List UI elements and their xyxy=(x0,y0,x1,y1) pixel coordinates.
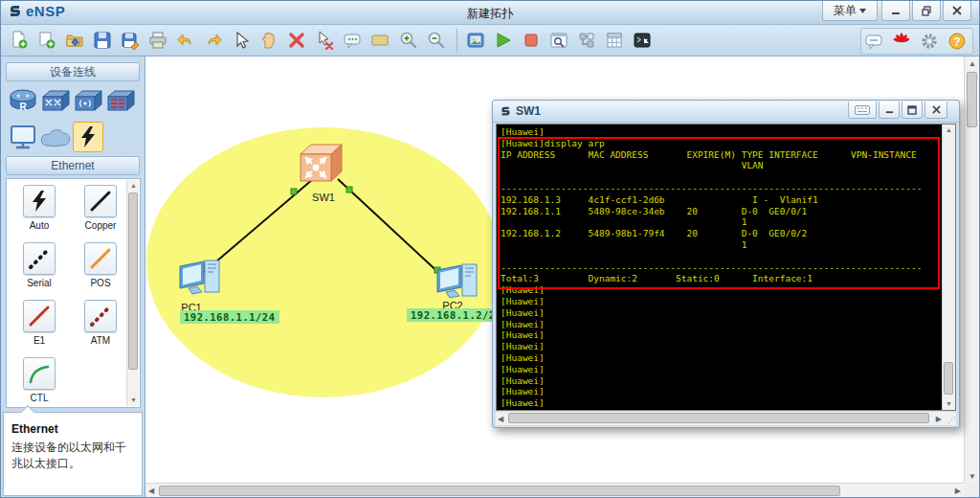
restore-button[interactable] xyxy=(912,1,941,21)
topology-config-button[interactable] xyxy=(574,28,599,53)
close-button[interactable] xyxy=(943,1,971,21)
scroll-down-arrow[interactable]: ▼ xyxy=(127,395,140,406)
scrollbar-thumb[interactable] xyxy=(508,413,929,423)
scroll-down-arrow[interactable]: ▼ xyxy=(969,472,976,481)
scroll-up-arrow[interactable]: ▲ xyxy=(969,59,976,68)
switch-icon xyxy=(41,87,70,114)
zoom-out-button[interactable] xyxy=(423,28,448,53)
annotation-icon xyxy=(343,31,362,50)
link-type-e1[interactable]: E1 xyxy=(11,300,68,346)
auto-link-icon xyxy=(23,185,56,217)
print-button[interactable] xyxy=(145,28,170,53)
ip-label-pc1: 192.168.1.1/24 xyxy=(180,310,279,324)
save-as-button[interactable] xyxy=(118,28,143,53)
link-type-atm[interactable]: ATM xyxy=(72,300,129,346)
redo-button[interactable] xyxy=(201,28,226,53)
link-type-ctl[interactable]: CTL xyxy=(11,357,68,403)
cursor-delete-icon xyxy=(315,31,334,50)
ip-label-pc2: 192.168.1.2/24 xyxy=(407,308,506,322)
scroll-left-arrow[interactable]: ◀ xyxy=(498,415,503,423)
copper-link-icon xyxy=(84,185,117,217)
cli-vertical-scrollbar[interactable]: ▲ ▼ xyxy=(942,124,955,410)
scroll-up-arrow[interactable]: ▲ xyxy=(943,124,955,136)
link-panel-scrollbar[interactable]: ▲ ▼ xyxy=(126,180,139,406)
zoom-in-button[interactable] xyxy=(395,28,420,53)
svg-text:?: ? xyxy=(953,35,960,49)
shape-button[interactable] xyxy=(368,28,392,53)
cli-terminal-output[interactable]: [Huawei] [Huawei]display arp IP ADDRESS … xyxy=(496,124,956,411)
scroll-left-arrow[interactable]: ◀ xyxy=(148,487,154,495)
undo-button[interactable] xyxy=(173,28,198,53)
palette-end-device[interactable] xyxy=(8,122,38,152)
console-icon xyxy=(633,31,652,50)
scroll-up-arrow[interactable]: ▲ xyxy=(127,180,140,192)
save-button[interactable] xyxy=(90,28,115,53)
link-type-copper[interactable]: Copper xyxy=(72,185,129,231)
lightning-icon xyxy=(77,124,100,149)
palette-firewall[interactable] xyxy=(105,85,136,116)
monitor-icon xyxy=(9,124,37,150)
scrollbar-thumb[interactable] xyxy=(967,72,977,127)
link-type-serial[interactable]: Serial xyxy=(11,242,68,288)
select-button[interactable] xyxy=(229,28,254,53)
device-register-icon xyxy=(466,31,485,50)
delete-x-icon xyxy=(287,31,306,50)
cloud-icon xyxy=(40,124,71,149)
link-type-pos[interactable]: POS xyxy=(72,242,129,288)
device-sw1[interactable] xyxy=(301,145,342,181)
palette-router[interactable]: R xyxy=(8,85,38,116)
description-title: Ethernet xyxy=(11,422,134,436)
cli-close-button[interactable] xyxy=(924,102,947,119)
canvas-vertical-scrollbar[interactable]: ▲ ▼ xyxy=(964,57,979,483)
packet-capture-icon xyxy=(549,31,568,50)
cli-title-bar[interactable]: SW1 xyxy=(493,101,959,123)
link-type-panel: Auto Copper Serial POS xyxy=(6,178,141,408)
grid-view-button[interactable] xyxy=(602,28,627,53)
title-bar: eNSP 新建拓扑 菜单 xyxy=(1,1,979,25)
save-as-icon xyxy=(121,31,140,50)
open-button[interactable] xyxy=(62,28,87,53)
huawei-button[interactable] xyxy=(889,29,914,54)
start-devices-button[interactable] xyxy=(491,28,516,53)
palette-cloud[interactable] xyxy=(40,122,71,152)
hand-icon xyxy=(259,31,278,50)
link-section-header: Ethernet xyxy=(6,156,140,175)
console-keyboard-button[interactable] xyxy=(848,102,877,119)
cli-minimize-button[interactable] xyxy=(879,102,900,119)
help-button[interactable]: ? xyxy=(945,29,969,54)
annotation-button[interactable] xyxy=(340,28,365,53)
delete-link-button[interactable] xyxy=(312,28,337,53)
scrollbar-thumb[interactable] xyxy=(128,192,138,370)
keyboard-icon xyxy=(855,105,870,115)
options-button[interactable] xyxy=(917,29,942,54)
cli-console-button[interactable] xyxy=(630,28,655,53)
scroll-down-arrow[interactable]: ▼ xyxy=(943,398,955,410)
toolbar-separator xyxy=(457,29,457,52)
cli-maximize-button[interactable] xyxy=(902,102,923,119)
scroll-right-arrow[interactable]: ▶ xyxy=(936,415,942,423)
link-type-auto[interactable]: Auto xyxy=(11,185,68,231)
packet-capture-button[interactable] xyxy=(546,28,571,53)
cli-horizontal-scrollbar[interactable]: ◀ ▶ ⋰ xyxy=(496,412,956,425)
menu-button[interactable]: 菜单 xyxy=(822,1,878,21)
palette-wlan[interactable] xyxy=(73,85,103,116)
pan-button[interactable] xyxy=(256,28,281,53)
palette-switch[interactable] xyxy=(40,85,71,116)
palette-connection-tool[interactable] xyxy=(73,122,103,152)
resize-grip[interactable]: ⋰ xyxy=(947,416,955,424)
cli-window-sw1[interactable]: SW1 [Huawei] [Huawei]display arp IP ADDR… xyxy=(492,100,960,428)
e1-link-icon xyxy=(23,300,56,332)
stop-devices-button[interactable] xyxy=(519,28,544,53)
new-topology-button[interactable] xyxy=(7,28,32,53)
scroll-right-arrow[interactable]: ▶ xyxy=(955,487,961,495)
message-button[interactable] xyxy=(861,29,886,54)
device-register-button[interactable] xyxy=(463,28,488,53)
scrollbar-thumb[interactable] xyxy=(159,486,840,496)
minimize-button[interactable] xyxy=(881,1,910,21)
scrollbar-thumb[interactable] xyxy=(944,362,953,395)
zoom-out-icon xyxy=(426,31,445,50)
play-icon xyxy=(494,31,513,50)
delete-button[interactable] xyxy=(284,28,309,53)
new-test-button[interactable] xyxy=(34,28,59,53)
canvas-horizontal-scrollbar[interactable]: ◀ ▶ xyxy=(145,483,964,497)
